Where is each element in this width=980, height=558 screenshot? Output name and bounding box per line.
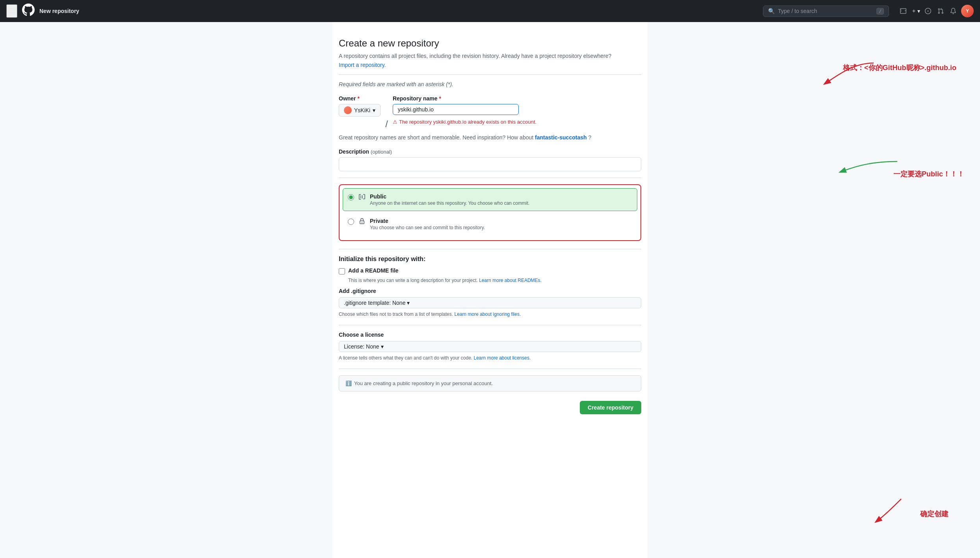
private-desc: You choose who can see and commit to thi… <box>370 225 485 230</box>
info-text: You are creating a public repository in … <box>354 380 493 386</box>
search-kbd: / <box>876 8 884 15</box>
suggestion-link[interactable]: fantastic-succotash <box>535 134 587 141</box>
gitignore-dropdown[interactable]: .gitignore template: None ▾ <box>339 297 641 308</box>
readme-label[interactable]: Add a README file <box>348 267 399 274</box>
divider-3 <box>339 249 641 249</box>
annotation-arrow-3 <box>862 495 921 526</box>
repo-name-error: ⚠ The repository yskiki.github.io alread… <box>393 119 536 125</box>
gitignore-chevron-icon: ▾ <box>407 300 410 306</box>
search-bar[interactable]: 🔍 Type / to search / <box>763 6 889 17</box>
create-btn-container: Create repository <box>339 401 641 414</box>
suggestion-text: Great repository names are short and mem… <box>339 134 641 141</box>
add-button[interactable]: ＋ ▾ <box>911 7 920 15</box>
create-repo-title: Create a new repository <box>339 38 641 49</box>
avatar[interactable]: Y <box>961 5 974 17</box>
issues-icon-button[interactable] <box>923 6 933 16</box>
description-label: Description (optional) <box>339 148 641 155</box>
repo-name-label: Repository name * <box>393 95 536 102</box>
readme-checkbox[interactable] <box>339 268 345 274</box>
owner-repo-row: Owner * YsKiKi ▾ / Repository name * ⚠ T… <box>339 95 641 131</box>
owner-required-star: * <box>357 95 359 102</box>
error-icon: ⚠ <box>393 119 397 125</box>
annotation-public: 一定要选Public！！！ <box>893 169 964 179</box>
annotation-arrow-2 <box>834 150 913 189</box>
info-row: ℹ️ You are creating a public repository … <box>339 375 641 391</box>
error-text: The repository yskiki.github.io already … <box>399 119 536 125</box>
pull-requests-icon-button[interactable] <box>936 6 945 16</box>
owner-label: Owner * <box>339 95 380 102</box>
description-optional: (optional) <box>371 149 392 155</box>
divider-4 <box>339 325 641 325</box>
owner-dropdown[interactable]: YsKiKi ▾ <box>339 104 380 117</box>
annotation-create: 确定创建 <box>920 509 948 519</box>
private-text: Private You choose who can see and commi… <box>370 218 485 230</box>
private-radio[interactable] <box>348 219 354 225</box>
repo-name-group: Repository name * ⚠ The repository yskik… <box>393 95 536 125</box>
readme-link[interactable]: Learn more about READMEs. <box>479 278 542 283</box>
owner-value: YsKiKi <box>354 107 370 113</box>
search-icon: 🔍 <box>768 8 775 14</box>
gitignore-link[interactable]: Learn more about ignoring files. <box>454 311 521 317</box>
license-dropdown[interactable]: License: None ▾ <box>339 341 641 352</box>
private-icon <box>359 218 365 226</box>
annotation-arrow-1 <box>815 51 901 98</box>
owner-group: Owner * YsKiKi ▾ <box>339 95 380 117</box>
owner-avatar-icon <box>344 106 352 114</box>
import-link[interactable]: Import a repository. <box>339 62 386 68</box>
github-logo <box>22 4 35 19</box>
search-placeholder-text: Type / to search <box>778 8 873 14</box>
public-icon <box>359 194 365 202</box>
info-icon: ℹ️ <box>345 380 352 386</box>
repo-name-required-star: * <box>439 95 441 102</box>
plus-icon: ＋ <box>911 7 917 15</box>
hamburger-button[interactable]: ☰ <box>6 4 17 18</box>
gitignore-note: Choose which files not to track from a l… <box>339 311 641 317</box>
private-label: Private <box>370 218 485 224</box>
create-repository-button[interactable]: Create repository <box>580 401 641 414</box>
public-text: Public Anyone on the internet can see th… <box>370 193 529 206</box>
header-actions: ＋ ▾ Y <box>898 5 974 17</box>
readme-desc: This is where you can write a long descr… <box>348 278 641 283</box>
initialize-title: Initialize this repository with: <box>339 256 641 263</box>
private-option[interactable]: Private You choose who can see and commi… <box>343 213 637 235</box>
license-value: License: None <box>344 343 379 350</box>
license-note: A license tells others what they can and… <box>339 355 641 361</box>
divider-5 <box>339 369 641 369</box>
repo-name-input[interactable] <box>393 104 519 115</box>
page-content: Create a new repository A repository con… <box>332 22 648 558</box>
required-note: Required fields are marked with an aster… <box>339 81 641 87</box>
slash-separator: / <box>384 119 390 130</box>
public-option[interactable]: Public Anyone on the internet can see th… <box>343 188 637 211</box>
license-link[interactable]: Learn more about licenses. <box>474 355 531 361</box>
public-label: Public <box>370 193 529 200</box>
visibility-container: Public Anyone on the internet can see th… <box>339 184 641 241</box>
notifications-icon-button[interactable] <box>948 6 958 16</box>
gitignore-value: .gitignore template: None <box>344 300 405 306</box>
public-radio[interactable] <box>348 194 354 200</box>
readme-row: Add a README file <box>339 267 641 274</box>
license-chevron-icon: ▾ <box>381 343 384 350</box>
description-group: Description (optional) <box>339 148 641 171</box>
annotation-format: 格式：<你的GitHub昵称>.github.io <box>843 63 956 72</box>
description-input[interactable] <box>339 157 641 171</box>
page-subtitle: A repository contains all project files,… <box>339 52 641 60</box>
header: ☰ New repository 🔍 Type / to search / ＋ … <box>0 0 980 22</box>
page-title-header: New repository <box>39 8 79 14</box>
divider <box>339 74 641 75</box>
owner-chevron-icon: ▾ <box>373 107 375 113</box>
gitignore-label: Add .gitignore <box>339 288 641 294</box>
terminal-icon-button[interactable] <box>898 6 908 16</box>
license-label: Choose a license <box>339 332 641 338</box>
divider-2 <box>339 178 641 178</box>
public-desc: Anyone on the internet can see this repo… <box>370 200 529 206</box>
add-chevron-icon: ▾ <box>917 8 920 14</box>
